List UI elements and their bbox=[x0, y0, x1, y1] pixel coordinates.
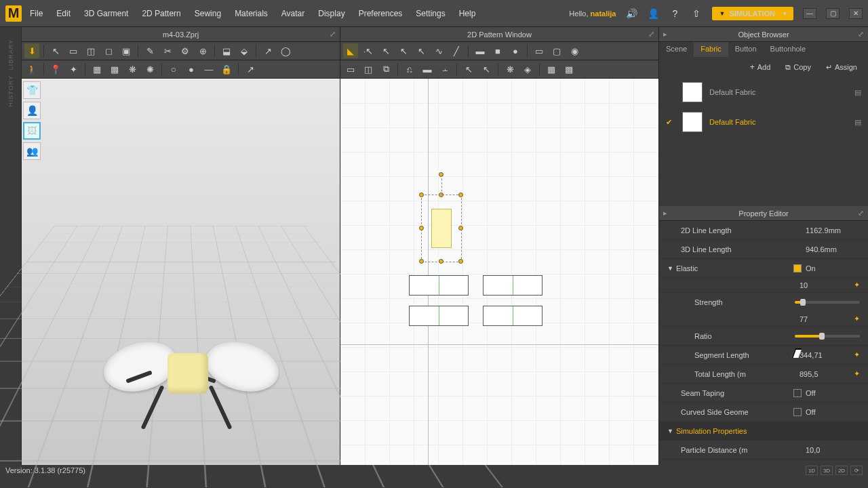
grain-icon[interactable]: ◉ bbox=[567, 43, 582, 58]
pattern-selection-bbox[interactable] bbox=[421, 195, 462, 262]
pointer2-icon[interactable]: ↗ bbox=[260, 43, 275, 58]
tab-scene[interactable]: Scene bbox=[659, 42, 694, 57]
cut-icon[interactable]: ✂ bbox=[160, 43, 175, 58]
glue-icon[interactable]: ⚙ bbox=[178, 43, 193, 58]
pen-icon[interactable]: ✎ bbox=[142, 43, 157, 58]
pattern-piece-4[interactable] bbox=[483, 306, 542, 326]
weld-icon[interactable]: ⊕ bbox=[195, 43, 210, 58]
snap-icon[interactable]: ▩ bbox=[561, 62, 576, 77]
keyframe-icon[interactable]: ✦ bbox=[854, 281, 860, 289]
circle-icon[interactable]: ○ bbox=[166, 62, 181, 77]
line-icon[interactable]: — bbox=[201, 62, 216, 77]
pin-icon[interactable]: 📍 bbox=[48, 62, 63, 77]
notch-icon[interactable]: ▢ bbox=[549, 43, 564, 58]
rect-icon[interactable]: ▬ bbox=[473, 43, 488, 58]
checkbox-icon[interactable] bbox=[793, 264, 802, 272]
marquee-icon[interactable]: ▭ bbox=[66, 43, 81, 58]
prop-particle-distance[interactable]: Particle Distance (m 10,0 bbox=[659, 441, 868, 460]
transform-icon[interactable]: ▭ bbox=[343, 62, 358, 77]
line2-icon[interactable]: ╱ bbox=[449, 43, 464, 58]
arrow2-icon[interactable]: ↗ bbox=[243, 62, 258, 77]
prop-ratio-value[interactable]: 77 ✦ bbox=[659, 312, 868, 327]
2d-viewport[interactable] bbox=[340, 79, 658, 465]
prop-strength[interactable]: Strength bbox=[659, 293, 868, 312]
checkbox-icon[interactable] bbox=[793, 408, 802, 416]
item-menu-icon[interactable]: ▤ bbox=[854, 88, 861, 97]
refresh-icon[interactable]: ⟳ bbox=[850, 466, 863, 475]
view-3d-button[interactable]: 3D bbox=[821, 466, 833, 475]
menu-materials[interactable]: Materials bbox=[235, 9, 268, 18]
prop-strength-value[interactable]: 10 ✦ bbox=[659, 278, 868, 293]
square-icon[interactable]: ■ bbox=[490, 43, 505, 58]
circle2-icon[interactable]: ● bbox=[508, 43, 523, 58]
simulation-button[interactable]: SIMULATION▾ bbox=[712, 7, 793, 20]
tab-fabric[interactable]: Fabric bbox=[694, 42, 728, 57]
menu-edit[interactable]: Edit bbox=[56, 9, 71, 18]
sewing-icon[interactable]: ↖ bbox=[461, 62, 476, 77]
maximize-button[interactable]: ▢ bbox=[826, 8, 840, 19]
rotate-icon[interactable]: ▣ bbox=[119, 43, 134, 58]
move-tool-icon[interactable]: ↖ bbox=[48, 43, 63, 58]
lock-icon[interactable]: 🔒 bbox=[219, 62, 234, 77]
point-icon[interactable]: ·↖ bbox=[361, 43, 376, 58]
checkbox-icon[interactable] bbox=[793, 389, 802, 397]
lasso-icon[interactable]: ◫ bbox=[83, 43, 98, 58]
popout-icon[interactable]: ⤢ bbox=[858, 30, 864, 39]
keyframe-icon[interactable]: ✦ bbox=[854, 369, 860, 378]
trace-icon[interactable]: ◈ bbox=[520, 62, 535, 77]
prop-simulation-group[interactable]: ▼Simulation Properties bbox=[659, 422, 868, 441]
volume-icon[interactable]: 🔊 bbox=[625, 7, 637, 20]
minimize-button[interactable]: — bbox=[803, 8, 816, 19]
menu-sewing[interactable]: Sewing bbox=[195, 9, 221, 18]
avatar-layer-icon[interactable]: 👤 bbox=[23, 102, 41, 119]
menu-avatar[interactable]: Avatar bbox=[281, 9, 304, 18]
item-menu-icon[interactable]: ▤ bbox=[854, 118, 861, 127]
tab-button[interactable]: Button bbox=[728, 42, 764, 57]
tab-buttonhole[interactable]: Buttonhole bbox=[764, 42, 813, 57]
3d-garment-bow[interactable] bbox=[103, 329, 279, 424]
library-tab[interactable]: LIBRARY bbox=[7, 39, 14, 70]
add-point-icon[interactable]: ↖ bbox=[396, 43, 411, 58]
free-sew-icon[interactable]: ↖ bbox=[479, 62, 494, 77]
ellipse-icon[interactable]: ◯ bbox=[278, 43, 293, 58]
mesh4-icon[interactable]: ✺ bbox=[142, 62, 157, 77]
curve-point-icon[interactable]: ↖ bbox=[378, 43, 393, 58]
mesh1-icon[interactable]: ▦ bbox=[90, 62, 104, 77]
popout-icon[interactable]: ⤢ bbox=[858, 209, 864, 218]
collapse-icon[interactable]: ▸ bbox=[663, 30, 667, 39]
menu-file[interactable]: File bbox=[30, 9, 43, 18]
keyframe-icon[interactable]: ✦ bbox=[854, 350, 860, 359]
avatar-tool-icon[interactable]: 🚶 bbox=[24, 62, 39, 77]
dart-icon[interactable]: ▭ bbox=[532, 43, 547, 58]
texture-icon[interactable]: ❋ bbox=[502, 62, 517, 77]
menu-preferences[interactable]: Preferences bbox=[359, 9, 403, 18]
pattern-piece-1[interactable] bbox=[409, 275, 469, 296]
help-icon[interactable]: ? bbox=[669, 7, 681, 20]
upload-icon[interactable]: ⇧ bbox=[690, 7, 703, 20]
edit-pattern-icon[interactable]: ◣ bbox=[343, 43, 358, 58]
fabric-item[interactable]: Default Fabric ▤ bbox=[659, 77, 868, 107]
view-1d-button[interactable]: 1D bbox=[806, 466, 818, 475]
garment-layer-icon[interactable]: 👕 bbox=[23, 81, 41, 99]
history-tab[interactable]: HISTORY bbox=[7, 75, 14, 107]
texture-layer-icon[interactable]: 🖼 bbox=[23, 122, 41, 140]
dot-icon[interactable]: ● bbox=[184, 62, 199, 77]
user-icon[interactable]: 👤 bbox=[647, 7, 659, 20]
mesh2-icon[interactable]: ▩ bbox=[107, 62, 122, 77]
mesh3-icon[interactable]: ❋ bbox=[125, 62, 140, 77]
view-2d-button[interactable]: 2D bbox=[835, 466, 848, 475]
collapse-icon[interactable]: ▸ bbox=[663, 209, 667, 218]
split-icon[interactable]: ↖ bbox=[414, 43, 429, 58]
menu-3d-garment[interactable]: 3D Garment bbox=[84, 9, 128, 18]
menu-2d-pattern[interactable]: 2D Pattern bbox=[142, 9, 180, 18]
copy2-icon[interactable]: ⧉ bbox=[378, 62, 393, 77]
add-button[interactable]: +Add bbox=[745, 60, 776, 74]
scale-icon[interactable]: ◻ bbox=[101, 43, 116, 58]
keyframe-icon[interactable]: ✦ bbox=[854, 314, 860, 323]
strength-slider[interactable] bbox=[795, 301, 860, 304]
seam-icon[interactable]: ⎌ bbox=[402, 62, 417, 77]
prop-ratio[interactable]: Ratio bbox=[659, 327, 868, 346]
popout-icon[interactable]: ⤢ bbox=[330, 30, 336, 39]
prop-segment-length[interactable]: Segment Length 344,71 ✦ bbox=[659, 346, 868, 365]
popout-icon[interactable]: ⤢ bbox=[648, 30, 654, 39]
